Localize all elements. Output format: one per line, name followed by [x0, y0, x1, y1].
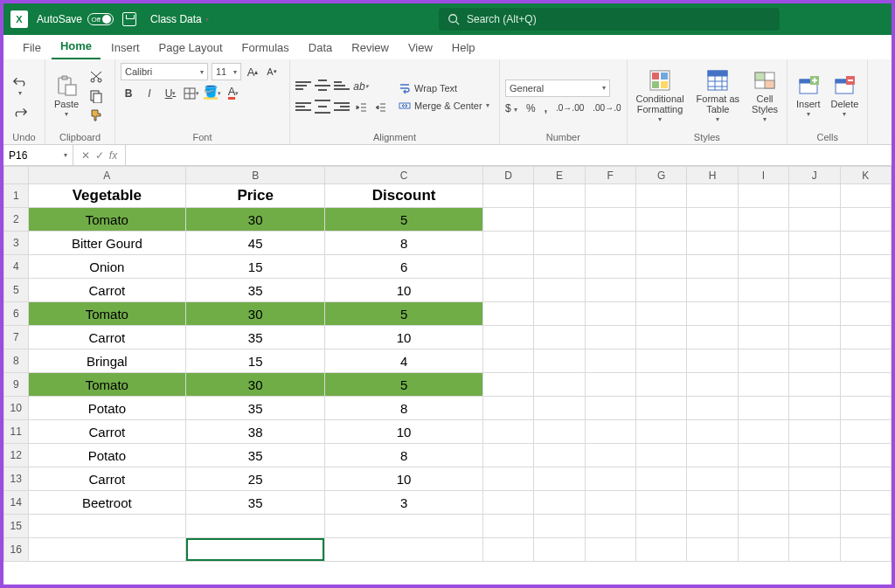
cell-F5[interactable] — [585, 279, 635, 302]
cell-E4[interactable] — [534, 255, 585, 279]
cell-K13[interactable] — [840, 467, 891, 491]
wrap-text-button[interactable]: Wrap Text — [399, 82, 489, 94]
row-header-8[interactable]: 8 — [4, 349, 29, 373]
cell-C12[interactable]: 8 — [325, 444, 482, 467]
save-icon[interactable] — [122, 12, 136, 26]
percent-format-button[interactable]: % — [526, 102, 536, 114]
cell-D10[interactable] — [482, 397, 533, 420]
cell-I10[interactable] — [738, 397, 788, 420]
cell-K8[interactable] — [840, 349, 891, 373]
cell-A2[interactable]: Tomato — [28, 208, 185, 232]
cell-B10[interactable]: 35 — [186, 397, 325, 420]
cell-G8[interactable] — [635, 349, 686, 373]
cell-G11[interactable] — [635, 420, 686, 444]
align-bottom-button[interactable] — [334, 79, 350, 93]
cell-B8[interactable]: 15 — [186, 349, 325, 373]
cell-I1[interactable] — [738, 184, 788, 208]
cell-K15[interactable] — [840, 515, 891, 538]
cell-D12[interactable] — [482, 444, 533, 467]
cell-F12[interactable] — [585, 444, 635, 467]
col-header-I[interactable]: I — [738, 167, 788, 184]
cell-E11[interactable] — [534, 420, 585, 444]
cell-H15[interactable] — [687, 515, 738, 538]
cell-J13[interactable] — [789, 467, 840, 491]
col-header-J[interactable]: J — [789, 167, 840, 184]
col-header-E[interactable]: E — [534, 167, 585, 184]
cell-H7[interactable] — [687, 326, 738, 349]
cell-H5[interactable] — [687, 279, 738, 302]
cell-B7[interactable]: 35 — [186, 326, 325, 349]
select-all-corner[interactable] — [4, 167, 29, 184]
cell-A12[interactable]: Potato — [28, 444, 185, 467]
cell-I4[interactable] — [738, 255, 788, 279]
cell-H4[interactable] — [687, 255, 738, 279]
cell-F11[interactable] — [585, 420, 635, 444]
cell-J6[interactable] — [789, 302, 840, 326]
cell-A10[interactable]: Potato — [28, 397, 185, 420]
cell-K9[interactable] — [840, 373, 891, 397]
cell-J9[interactable] — [789, 373, 840, 397]
cell-D3[interactable] — [482, 232, 533, 255]
cell-C14[interactable]: 3 — [325, 491, 482, 515]
decrease-decimal-button[interactable]: .00→.0 — [593, 103, 621, 113]
cell-A13[interactable]: Carrot — [28, 467, 185, 491]
filename-dropdown[interactable]: Class Data ▾ — [150, 13, 209, 25]
cell-D9[interactable] — [482, 373, 533, 397]
cell-E9[interactable] — [534, 373, 585, 397]
cell-C6[interactable]: 5 — [325, 302, 482, 326]
cell-D8[interactable] — [482, 349, 533, 373]
cell-F3[interactable] — [585, 232, 635, 255]
orientation-button[interactable]: ab▾ — [353, 79, 369, 94]
cell-B1[interactable]: Price — [186, 184, 325, 208]
cell-G7[interactable] — [635, 326, 686, 349]
cell-K5[interactable] — [840, 279, 891, 302]
col-header-H[interactable]: H — [687, 167, 738, 184]
cell-C4[interactable]: 6 — [325, 255, 482, 279]
cell-H16[interactable] — [687, 538, 738, 562]
tab-data[interactable]: Data — [300, 38, 341, 59]
cell-E2[interactable] — [534, 208, 585, 232]
col-header-G[interactable]: G — [635, 167, 686, 184]
underline-button[interactable]: U▾ — [163, 86, 178, 101]
cell-K16[interactable] — [840, 538, 891, 562]
cell-styles-button[interactable]: Cell Styles▾ — [748, 67, 781, 126]
row-header-2[interactable]: 2 — [4, 208, 29, 232]
cell-E7[interactable] — [534, 326, 585, 349]
align-middle-button[interactable] — [315, 79, 330, 93]
cell-I12[interactable] — [738, 444, 788, 467]
cell-F2[interactable] — [585, 208, 635, 232]
cell-B16[interactable] — [186, 538, 325, 562]
row-header-6[interactable]: 6 — [4, 302, 29, 326]
cell-H2[interactable] — [687, 208, 738, 232]
paste-button[interactable]: Paste ▾ — [51, 73, 82, 121]
row-header-1[interactable]: 1 — [4, 184, 29, 208]
comma-format-button[interactable]: , — [545, 102, 547, 114]
cell-C9[interactable]: 5 — [325, 373, 482, 397]
cell-G15[interactable] — [635, 515, 686, 538]
cell-C11[interactable]: 10 — [325, 420, 482, 444]
cell-F14[interactable] — [585, 491, 635, 515]
cell-I5[interactable] — [738, 279, 788, 302]
cell-J3[interactable] — [789, 232, 840, 255]
cell-I6[interactable] — [738, 302, 788, 326]
cell-K6[interactable] — [840, 302, 891, 326]
col-header-D[interactable]: D — [482, 167, 533, 184]
cell-H1[interactable] — [687, 184, 738, 208]
cell-H8[interactable] — [687, 349, 738, 373]
cell-J12[interactable] — [789, 444, 840, 467]
cell-C8[interactable]: 4 — [325, 349, 482, 373]
font-size-select[interactable]: 11▾ — [212, 63, 241, 80]
cell-A4[interactable]: Onion — [28, 255, 185, 279]
cell-B2[interactable]: 30 — [186, 208, 325, 232]
font-name-select[interactable]: Calibri▾ — [121, 63, 208, 80]
cell-F10[interactable] — [585, 397, 635, 420]
cell-J15[interactable] — [789, 515, 840, 538]
cell-B13[interactable]: 25 — [186, 467, 325, 491]
cell-A6[interactable]: Tomato — [28, 302, 185, 326]
col-header-K[interactable]: K — [840, 167, 891, 184]
cell-B4[interactable]: 15 — [186, 255, 325, 279]
cell-H9[interactable] — [687, 373, 738, 397]
cell-C5[interactable]: 10 — [325, 279, 482, 302]
cell-E10[interactable] — [534, 397, 585, 420]
cell-D2[interactable] — [482, 208, 533, 232]
